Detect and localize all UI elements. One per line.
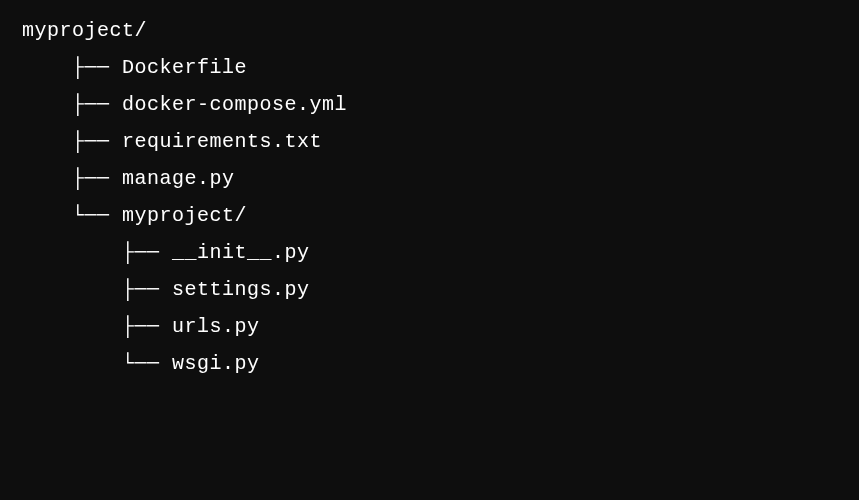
file-tree-block: myproject/ ├── Dockerfile ├── docker-com… xyxy=(22,12,837,382)
tree-item-wsgi: └── wsgi.py xyxy=(22,345,837,382)
tree-item-requirements: ├── requirements.txt xyxy=(22,123,837,160)
tree-item-dockerfile: ├── Dockerfile xyxy=(22,49,837,86)
tree-item-settings: ├── settings.py xyxy=(22,271,837,308)
tree-item-init: ├── __init__.py xyxy=(22,234,837,271)
tree-item-urls: ├── urls.py xyxy=(22,308,837,345)
tree-item-manage: ├── manage.py xyxy=(22,160,837,197)
tree-subdir-myproject: └── myproject/ xyxy=(22,197,837,234)
tree-root: myproject/ xyxy=(22,12,837,49)
tree-item-docker-compose: ├── docker-compose.yml xyxy=(22,86,837,123)
